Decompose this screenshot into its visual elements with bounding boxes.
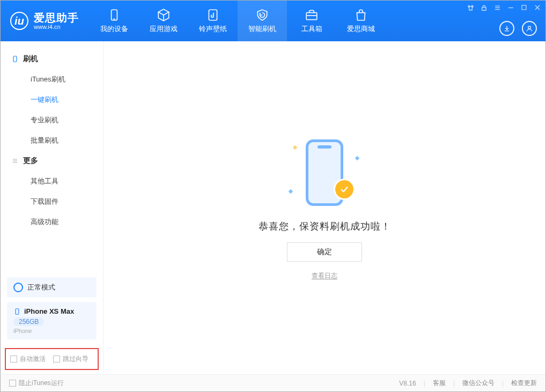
- tshirt-icon[interactable]: [467, 4, 474, 11]
- checkbox-skip-guide[interactable]: 跳过向导: [53, 354, 88, 364]
- statusbar: 阻止iTunes运行 V8.16 | 客服 | 微信公众号 | 检查更新: [1, 374, 545, 391]
- body: 刷机 iTunes刷机 一键刷机 专业刷机 批量刷机 更多 其他工具 下载固件 …: [1, 41, 545, 374]
- sparkle-icon: [355, 156, 359, 160]
- titlebar-right-actions: [499, 21, 537, 36]
- sidebar-item-download-firmware[interactable]: 下载固件: [1, 191, 103, 212]
- lock-icon[interactable]: [481, 4, 488, 11]
- nav-label: 工具箱: [301, 24, 322, 34]
- user-icon: [526, 25, 533, 32]
- svg-rect-10: [522, 5, 526, 10]
- checkbox-block-itunes[interactable]: 阻止iTunes运行: [9, 379, 64, 388]
- svg-rect-2: [209, 10, 217, 20]
- menu-icon[interactable]: [494, 4, 501, 11]
- sparkle-icon: [293, 145, 297, 150]
- shield-refresh-icon: [255, 8, 269, 22]
- sidebar-checks-highlight: 自动激活 跳过向导: [5, 348, 99, 370]
- group-title: 刷机: [23, 54, 38, 64]
- app-window: iu 爱思助手 www.i4.cn 我的设备 应用游戏 铃声壁纸 智能刷机: [0, 0, 546, 392]
- svg-rect-15: [13, 56, 17, 62]
- link-wechat[interactable]: 微信公众号: [462, 379, 495, 388]
- music-file-icon: [206, 8, 220, 22]
- device-box[interactable]: iPhone XS Max 256GB iPhone: [7, 302, 97, 339]
- nav-label: 应用游戏: [150, 24, 178, 34]
- device-name: iPhone XS Max: [24, 307, 74, 315]
- nav-label: 智能刷机: [248, 24, 276, 34]
- mode-box[interactable]: 正常模式: [7, 277, 97, 298]
- version-label: V8.16: [399, 380, 416, 387]
- mode-icon: [13, 283, 23, 292]
- sidebar-item-pro-flash[interactable]: 专业刷机: [1, 110, 103, 130]
- success-check-icon: [335, 180, 353, 198]
- svg-rect-3: [306, 13, 317, 20]
- app-title: 爱思助手: [34, 12, 79, 24]
- checkbox-icon: [53, 356, 60, 363]
- nav-apps-games[interactable]: 应用游戏: [139, 1, 188, 41]
- separator: |: [424, 380, 425, 387]
- list-icon: [11, 157, 19, 165]
- checkbox-auto-activate[interactable]: 自动激活: [10, 354, 46, 364]
- device-type: iPhone: [13, 328, 90, 334]
- nav-toolbox[interactable]: 工具箱: [287, 1, 336, 41]
- phone-outline-icon: [13, 308, 21, 315]
- sidebar-group-flash: 刷机: [1, 49, 103, 69]
- phone-icon: [11, 55, 19, 63]
- checkbox-label: 自动激活: [20, 354, 46, 364]
- success-message: 恭喜您，保资料刷机成功啦！: [259, 220, 391, 233]
- device-storage-badge: 256GB: [13, 317, 44, 326]
- device-icon: [107, 8, 121, 22]
- logo-area: iu 爱思助手 www.i4.cn: [1, 1, 90, 41]
- success-illustration: [292, 135, 357, 210]
- sidebar-item-oneclick-flash[interactable]: 一键刷机: [1, 90, 103, 110]
- nav-ringtones-wallpapers[interactable]: 铃声壁纸: [188, 1, 238, 41]
- sidebar-item-batch-flash[interactable]: 批量刷机: [1, 130, 103, 151]
- titlebar: iu 爱思助手 www.i4.cn 我的设备 应用游戏 铃声壁纸 智能刷机: [1, 1, 545, 41]
- sidebar-item-itunes-flash[interactable]: iTunes刷机: [1, 69, 103, 90]
- app-subtitle: www.i4.cn: [34, 24, 79, 30]
- separator: |: [502, 380, 504, 387]
- svg-point-14: [528, 26, 531, 29]
- main-panel: 恭喜您，保资料刷机成功啦！ 确定 查看日志: [104, 41, 545, 374]
- logo-text: 爱思助手 www.i4.cn: [34, 12, 79, 30]
- maximize-icon[interactable]: [521, 4, 527, 11]
- cube-icon: [157, 8, 171, 22]
- sparkle-icon: [289, 189, 293, 194]
- toolbox-icon: [305, 8, 319, 22]
- nav-my-device[interactable]: 我的设备: [90, 1, 139, 41]
- nav-label: 我的设备: [100, 24, 128, 34]
- nav-label: 爱思商城: [347, 24, 375, 34]
- checkbox-icon: [9, 380, 16, 387]
- checkbox-label: 阻止iTunes运行: [19, 379, 64, 388]
- download-button[interactable]: [499, 21, 514, 36]
- group-title: 更多: [23, 156, 38, 166]
- sidebar-item-other-tools[interactable]: 其他工具: [1, 171, 103, 191]
- link-check-update[interactable]: 检查更新: [511, 379, 537, 388]
- svg-rect-5: [482, 7, 486, 10]
- checkbox-label: 跳过向导: [63, 354, 88, 364]
- minimize-icon[interactable]: [507, 4, 514, 11]
- checkbox-icon: [10, 356, 17, 363]
- statusbar-right: V8.16 | 客服 | 微信公众号 | 检查更新: [399, 379, 537, 388]
- sidebar-group-more: 更多: [1, 151, 103, 171]
- account-button[interactable]: [522, 21, 537, 36]
- download-icon: [503, 25, 511, 32]
- device-name-row: iPhone XS Max: [13, 307, 90, 315]
- link-support[interactable]: 客服: [433, 379, 446, 388]
- sidebar-item-advanced[interactable]: 高级功能: [1, 212, 103, 232]
- top-nav: 我的设备 应用游戏 铃声壁纸 智能刷机 工具箱 爱思商城: [90, 1, 386, 41]
- sidebar-bottom-boxes: 正常模式 iPhone XS Max 256GB iPhone: [1, 277, 103, 345]
- mode-label: 正常模式: [27, 283, 55, 292]
- nav-store[interactable]: 爱思商城: [336, 1, 386, 41]
- window-controls: [467, 4, 541, 11]
- nav-label: 铃声壁纸: [199, 24, 227, 34]
- sidebar-scroll: 刷机 iTunes刷机 一键刷机 专业刷机 批量刷机 更多 其他工具 下载固件 …: [1, 41, 103, 277]
- separator: |: [453, 380, 455, 387]
- nav-smart-flash[interactable]: 智能刷机: [238, 1, 287, 41]
- sidebar: 刷机 iTunes刷机 一键刷机 专业刷机 批量刷机 更多 其他工具 下载固件 …: [1, 41, 104, 374]
- svg-rect-19: [16, 308, 19, 314]
- view-log-link[interactable]: 查看日志: [312, 271, 337, 280]
- bag-icon: [354, 8, 368, 22]
- ok-button[interactable]: 确定: [287, 242, 362, 262]
- close-icon[interactable]: [534, 4, 541, 11]
- logo-badge-icon: iu: [10, 12, 28, 30]
